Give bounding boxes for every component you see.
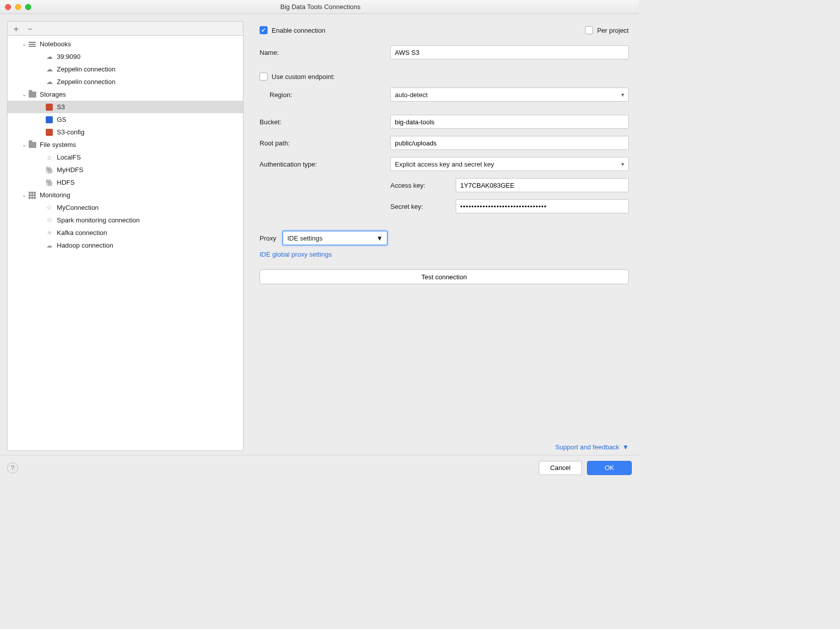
name-input[interactable] — [390, 45, 629, 59]
cloud-icon: ☁ — [45, 77, 54, 87]
titlebar: Big Data Tools Connections — [0, 0, 639, 14]
tree-item[interactable]: ⚛Kafka connection — [8, 226, 243, 239]
secretkey-label: Secret key: — [390, 203, 456, 210]
tree-item[interactable]: ☁Hadoop connection — [8, 239, 243, 252]
per-project-checkbox[interactable]: Per project — [585, 26, 629, 34]
tree-toolbar: ＋ － — [7, 21, 243, 35]
authtype-label: Authentication type: — [260, 161, 390, 168]
tree-item-label: HDFS — [57, 179, 74, 186]
tree-item[interactable]: GS — [8, 113, 243, 126]
enable-connection-label: Enable connection — [272, 27, 325, 34]
tree-item[interactable]: S3-config — [8, 126, 243, 138]
add-button[interactable]: ＋ — [12, 24, 21, 33]
checkbox-icon — [585, 26, 593, 34]
proxy-settings-link[interactable]: IDE global proxy settings — [260, 251, 629, 258]
expand-icon[interactable]: ⌄ — [21, 192, 28, 198]
chevron-down-icon: ▼ — [622, 443, 629, 451]
tree-item-label: LocalFS — [57, 153, 81, 161]
window-title: Big Data Tools Connections — [31, 3, 610, 11]
tree-group-label: Notebooks — [40, 40, 71, 48]
tree-item[interactable]: ☆Spark monitoring connection — [8, 214, 243, 226]
chevron-down-icon: ▼ — [620, 162, 625, 167]
elephant-icon: 🐘 — [45, 178, 54, 187]
cancel-button[interactable]: Cancel — [539, 461, 582, 475]
tree-item[interactable]: ⌂LocalFS — [8, 151, 243, 164]
connections-tree[interactable]: ⌄Notebooks☁39:9090☁Zeppelin connection☁Z… — [7, 35, 243, 451]
tree-group-label: File systems — [40, 141, 76, 148]
ok-button[interactable]: OK — [587, 461, 632, 475]
bucket-input[interactable] — [390, 115, 629, 129]
star-icon: ☆ — [45, 216, 54, 225]
tree-item[interactable]: ☁Zeppelin connection — [8, 75, 243, 88]
tree-item-label: MyConnection — [57, 204, 99, 211]
tree-item-label: Spark monitoring connection — [57, 216, 140, 224]
authtype-select[interactable]: Explicit access key and secret key ▼ — [390, 157, 629, 171]
hadoop-icon: ☁ — [45, 241, 54, 250]
elephant-icon: 🐘 — [45, 166, 54, 175]
remove-button[interactable]: － — [26, 24, 35, 33]
tree-item-label: Hadoop connection — [57, 242, 113, 249]
proxy-label: Proxy — [260, 234, 276, 242]
proxy-select[interactable]: IDE settings ▼ — [282, 230, 388, 246]
secretkey-input[interactable] — [456, 199, 629, 213]
region-value: auto-detect — [395, 91, 428, 99]
accesskey-label: Access key: — [390, 182, 456, 189]
maximize-window-icon[interactable] — [25, 4, 31, 10]
grid-icon — [28, 191, 37, 200]
s3-icon — [45, 128, 54, 137]
cloud-icon: ☁ — [45, 52, 54, 61]
tree-group-label: Storages — [40, 91, 66, 98]
tree-item-label: MyHDFS — [57, 166, 83, 174]
tree-item[interactable]: ☆MyConnection — [8, 201, 243, 214]
expand-icon[interactable]: ⌄ — [21, 41, 28, 47]
chevron-down-icon: ▼ — [620, 92, 625, 98]
minimize-window-icon[interactable] — [15, 4, 21, 10]
tree-item-label: GS — [57, 116, 66, 123]
tree-group[interactable]: ⌄File systems — [8, 138, 243, 151]
close-window-icon[interactable] — [5, 4, 11, 10]
tree-item-label: Zeppelin connection — [57, 65, 115, 73]
tree-group-label: Monitoring — [40, 191, 70, 199]
checkbox-icon — [260, 72, 268, 81]
kafka-icon: ⚛ — [45, 228, 54, 238]
authtype-value: Explicit access key and secret key — [395, 161, 494, 168]
expand-icon[interactable]: ⌄ — [21, 92, 28, 97]
folder-icon — [28, 90, 37, 99]
star-icon: ☆ — [45, 203, 54, 212]
tree-item[interactable]: ☁39:9090 — [8, 50, 243, 63]
dialog-footer: ? Cancel OK — [0, 455, 639, 480]
tree-item-label: Kafka connection — [57, 229, 107, 237]
region-select[interactable]: auto-detect ▼ — [390, 88, 629, 102]
chevron-down-icon: ▼ — [376, 234, 383, 242]
tree-item[interactable]: S3 — [8, 101, 243, 113]
support-feedback-link[interactable]: Support and feedback ▼ — [260, 433, 629, 451]
tree-item-label: 39:9090 — [57, 53, 80, 60]
rootpath-input[interactable] — [390, 136, 629, 150]
home-icon: ⌂ — [45, 153, 54, 162]
tree-item-label: S3 — [57, 103, 65, 111]
folder-icon — [28, 140, 37, 149]
window-controls — [5, 4, 31, 10]
accesskey-input[interactable] — [456, 178, 629, 192]
tree-group[interactable]: ⌄Notebooks — [8, 38, 243, 50]
tree-group[interactable]: ⌄Monitoring — [8, 189, 243, 201]
gs-icon — [45, 115, 54, 124]
custom-endpoint-checkbox[interactable]: Use custom endpoint: — [260, 72, 335, 81]
tree-item[interactable]: 🐘MyHDFS — [8, 164, 243, 176]
bucket-label: Bucket: — [260, 118, 390, 126]
enable-connection-checkbox[interactable]: Enable connection — [260, 26, 325, 34]
region-label: Region: — [260, 91, 390, 99]
help-button[interactable]: ? — [7, 462, 18, 474]
s3-icon — [45, 103, 54, 112]
test-connection-button[interactable]: Test connection — [260, 269, 629, 284]
connection-form: Enable connection Per project Name: Use … — [251, 21, 632, 451]
tree-group[interactable]: ⌄Storages — [8, 88, 243, 101]
tree-item[interactable]: ☁Zeppelin connection — [8, 63, 243, 75]
cloud-icon: ☁ — [45, 65, 54, 74]
name-label: Name: — [260, 49, 390, 56]
proxy-value: IDE settings — [287, 234, 322, 242]
tree-item[interactable]: 🐘HDFS — [8, 176, 243, 189]
rootpath-label: Root path: — [260, 139, 390, 147]
tree-item-label: S3-config — [57, 128, 85, 136]
expand-icon[interactable]: ⌄ — [21, 142, 28, 147]
